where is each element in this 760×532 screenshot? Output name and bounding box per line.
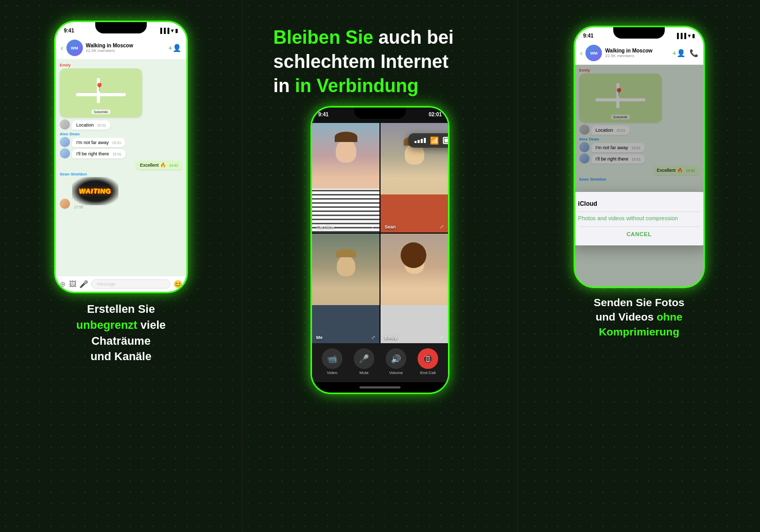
end-call-control[interactable]: 📵 End Call — [418, 348, 438, 375]
headline-green1: Bleiben Sie — [273, 27, 373, 48]
icloud-option[interactable]: Photos and videos without compression — [578, 211, 700, 224]
caroline-bg — [312, 123, 379, 233]
emily-bg — [381, 234, 448, 343]
emily-expand[interactable]: ⤢ — [440, 334, 444, 340]
sticker-text: WAITING — [79, 187, 112, 195]
wifi-icon-left: ▾ — [171, 28, 174, 33]
sticker-icon-left[interactable]: 😊 — [174, 280, 182, 288]
volume-control[interactable]: 🔊 Volume — [386, 348, 406, 375]
caroline-expand[interactable]: ⤢ — [371, 224, 375, 229]
attach-icon-left[interactable]: ⊕ — [60, 280, 66, 288]
alex-bubble-far: I'm not far away 15:01 — [592, 143, 645, 152]
alex-msg-there: I'll be right there 15:01 — [579, 153, 699, 164]
alex-name-right: Alex Dean — [579, 137, 699, 141]
alex-section: Alex Dean I'm not far away 15:01 I'll be… — [60, 132, 182, 158]
volume-btn-circle[interactable]: 🔊 — [386, 348, 406, 369]
mute-control[interactable]: 🎤 Mute — [354, 348, 374, 375]
alex-bubble2: I'll be right there 15:01 — [72, 149, 126, 158]
emily-section-right: Emily 📍 Sokolniki — [579, 68, 699, 122]
header-icons-right: +👤 📞 — [672, 49, 698, 57]
caroline-hair — [335, 132, 357, 142]
map-bubble-right: 📍 Sokolniki — [579, 74, 662, 122]
signal-icon-left: ▐▐▐ — [159, 28, 169, 33]
center-headline: Bleiben Sie auch bei schlechtem Internet… — [253, 15, 469, 98]
alex-bubble1: I'm not far away 15:01 — [72, 138, 125, 147]
me-head — [337, 256, 355, 276]
excellent-bubble-right: Excellent 🔥 14:42 — [653, 166, 699, 175]
alex-msg2: I'll be right there 15:01 — [60, 148, 182, 158]
video-control[interactable]: 📹 Video — [322, 348, 342, 375]
sean-name-left: Sean Sheldon — [60, 172, 182, 176]
phone-left: 9:41 ▐▐▐ ▾ ▮ ‹ WM Walking in Moscow 22,5… — [54, 21, 188, 293]
emily-name-left: Emily — [60, 63, 182, 67]
status-icons-right: ▐▐▐ ▾ ▮ — [675, 33, 695, 39]
call-icon-right[interactable]: 📞 — [689, 49, 698, 57]
message-input-left[interactable]: Message — [91, 279, 170, 289]
alex-avatar-right2 — [579, 153, 590, 164]
video-cell-me: Me ⤢ — [312, 234, 379, 343]
panel-left: 9:41 ▐▐▐ ▾ ▮ ‹ WM Walking in Moscow 22,5… — [0, 0, 242, 532]
map-road-h-right — [596, 98, 645, 101]
chat-header-left: ‹ WM Walking in Moscow 22,5K members +👤 — [56, 37, 186, 60]
location-avatar — [60, 119, 70, 130]
back-button-left[interactable]: ‹ — [61, 44, 63, 52]
me-expand[interactable]: ⤢ — [371, 334, 375, 340]
alex-msg1: I'm not far away 15:01 — [60, 137, 182, 147]
headline-row3: in in Verbindung — [273, 74, 454, 98]
chat-title-right: Walking in Moscow — [605, 48, 669, 54]
icloud-dialog: iCloud Photos and videos without compres… — [574, 192, 705, 245]
sean-expand[interactable]: ⤢ — [440, 224, 444, 229]
map-label-left: Sokolniki — [92, 110, 110, 114]
video-grid: Caroline ⤢ Sean ⤢ — [312, 123, 448, 343]
video-icon: 📹 — [327, 354, 337, 364]
map-label-right: Sokolniki — [611, 115, 630, 119]
video-cell-caroline: Caroline ⤢ — [312, 123, 379, 233]
notch-left — [95, 22, 147, 33]
me-hair — [336, 249, 356, 257]
mic-icon-left[interactable]: 🎤 — [79, 280, 88, 288]
battery-fill — [444, 138, 450, 143]
video-call-screen: 9:41 02:01 Caroline ⤢ — [312, 108, 448, 393]
back-button-right[interactable]: ‹ — [580, 49, 583, 57]
map-bubble-left: 📍 Sokolniki — [60, 68, 142, 117]
caption-line1-left: Erstellen Sie unbegrenzt viele Chaträume… — [76, 302, 166, 365]
chat-avatar-right: WM — [585, 45, 602, 61]
excellent-row: Excellent 🔥 14:42 — [60, 161, 182, 170]
alex-avatar2 — [60, 148, 70, 158]
sean-section: Sean Sheldon WAITING 17:55 — [60, 172, 182, 209]
status-icons-left: ▐▐▐ ▾ ▮ — [159, 28, 178, 33]
battery-popup: 📶 — [408, 133, 450, 148]
chat-header-right: ‹ WM Walking in Moscow 22.5K members +👤 … — [575, 42, 703, 65]
caroline-face — [312, 123, 379, 233]
phone-center: 📶 9:41 02:01 — [310, 106, 450, 394]
mute-icon: 🎤 — [359, 354, 369, 364]
mute-btn-circle[interactable]: 🎤 — [354, 348, 374, 369]
add-member-icon-right[interactable]: +👤 — [672, 49, 685, 57]
caption-left: Erstellen Sie unbegrenzt viele Chaträume… — [71, 302, 171, 365]
battery-icon-left: ▮ — [175, 28, 178, 33]
chat-body-left: Emily 📍 Sokolniki Location — [56, 60, 186, 276]
video-btn-circle[interactable]: 📹 — [322, 348, 342, 369]
end-call-btn-circle[interactable]: 📵 — [418, 348, 438, 369]
home-indicator-center — [312, 382, 448, 393]
me-face — [312, 234, 379, 343]
sig-bar-2 — [418, 140, 420, 143]
chat-input-bar-left: ⊕ 🖼 🎤 Message 😊 — [56, 276, 186, 292]
notch-center — [354, 108, 406, 119]
volume-icon: 🔊 — [391, 354, 401, 364]
video-label: Video — [327, 370, 337, 375]
mute-label: Mute — [359, 370, 369, 375]
map-road-h — [76, 93, 126, 96]
chat-title-block-right: Walking in Moscow 22.5K members — [605, 48, 669, 58]
icloud-cancel[interactable]: CANCEL — [578, 226, 700, 237]
add-member-icon-left[interactable]: +👤 — [168, 44, 181, 52]
video-cell-emily: Emily ⤢ — [381, 234, 448, 343]
excellent-bubble: Excellent 🔥 14:42 — [136, 161, 182, 170]
emoji-photo-icon[interactable]: 🖼 — [69, 280, 76, 288]
chat-subtitle-right: 22.5K members — [605, 54, 669, 58]
end-call-label: End Call — [420, 370, 436, 375]
notch-right — [613, 27, 665, 39]
chat-title-left: Walking in Moscow — [86, 43, 165, 48]
phone-right: iCloud Photos and videos without compres… — [574, 26, 705, 288]
home-bar-center — [359, 386, 401, 388]
